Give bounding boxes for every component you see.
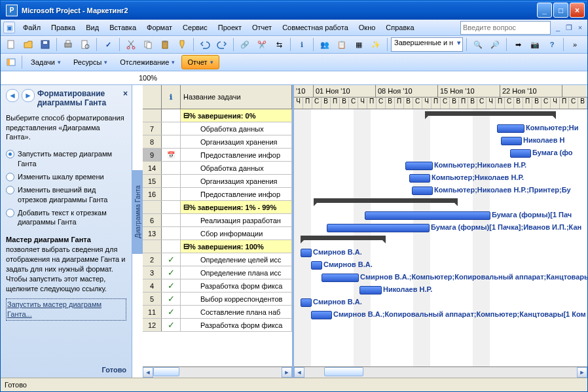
table-row[interactable]: 11✓Составление плана наб bbox=[143, 306, 292, 319]
task-bar[interactable] bbox=[311, 311, 332, 319]
menu-insert[interactable]: Вставка bbox=[104, 22, 141, 33]
table-row[interactable]: 12✓Разработка форм фикса bbox=[143, 319, 292, 332]
radio-barstyle[interactable]: Изменить внешний вид отрезков диаграммы … bbox=[6, 183, 126, 206]
zoom-out-icon[interactable]: 🔎 bbox=[487, 37, 503, 52]
zoom-in-icon[interactable]: 🔍 bbox=[470, 37, 486, 52]
day-header[interactable]: С bbox=[349, 98, 358, 109]
guide-toggle-icon[interactable] bbox=[3, 54, 19, 70]
week-header[interactable]: 22 Ноя '10 bbox=[500, 85, 562, 97]
table-row[interactable]: 8Организация хранения bbox=[143, 135, 292, 149]
publish-icon[interactable]: 📋 bbox=[334, 37, 350, 52]
new-icon[interactable] bbox=[3, 37, 19, 52]
table-row[interactable]: 4✓Разработка форм фикса bbox=[143, 279, 292, 293]
col-indicator[interactable]: ℹ bbox=[162, 85, 181, 109]
scroll-left-icon[interactable]: ◄ bbox=[294, 367, 304, 378]
table-row[interactable]: 14Обработка данных bbox=[143, 162, 292, 175]
week-header[interactable]: 15 Ноя '10 bbox=[438, 85, 500, 97]
task-bar[interactable] bbox=[405, 162, 433, 170]
redo-icon[interactable] bbox=[214, 37, 230, 52]
table-row[interactable]: % завершения: 1% - 99% bbox=[143, 201, 292, 214]
day-header[interactable]: П bbox=[432, 98, 441, 109]
titlebar[interactable]: P Microsoft Project - Маркетинг2 _ □ × bbox=[1, 1, 587, 20]
radio-bartext[interactable]: Добавить текст к отрезкам диаграммы Гант… bbox=[6, 206, 126, 229]
task-bar[interactable] bbox=[359, 286, 382, 294]
side-pane-link[interactable]: Запустить мастер диаграмм Ганта... bbox=[6, 298, 126, 321]
link-icon[interactable]: 🔗 bbox=[237, 37, 253, 52]
day-header[interactable]: С bbox=[312, 98, 322, 109]
paste-icon[interactable] bbox=[157, 37, 173, 52]
save-icon[interactable] bbox=[37, 37, 53, 52]
minimize-button[interactable]: _ bbox=[537, 3, 552, 18]
view-tab-gantt[interactable]: Диаграмма Ганта bbox=[132, 170, 143, 254]
menu-format[interactable]: Формат bbox=[141, 22, 177, 33]
day-header[interactable]: В bbox=[532, 98, 542, 109]
radio-timescale[interactable]: Изменить шкалу времени bbox=[6, 170, 126, 183]
doc-restore-button[interactable]: ❐ bbox=[564, 23, 574, 32]
table-row[interactable]: 13Сбор информации bbox=[143, 227, 292, 240]
day-header[interactable]: В bbox=[514, 98, 523, 109]
menu-view[interactable]: Вид bbox=[81, 22, 104, 33]
gantt-canvas[interactable]: Компьютер;НиНиколаев НБумага (фоКомпьюте… bbox=[294, 109, 587, 366]
day-header[interactable]: С bbox=[377, 98, 386, 109]
menu-grip-icon[interactable]: ▣ bbox=[3, 22, 15, 33]
day-header[interactable]: С bbox=[569, 98, 578, 109]
close-button[interactable]: × bbox=[570, 3, 585, 18]
day-header[interactable]: С bbox=[542, 98, 551, 109]
help-icon[interactable]: ? bbox=[544, 37, 560, 52]
ask-question-input[interactable] bbox=[460, 21, 551, 35]
week-header[interactable]: 01 Ноя '10 bbox=[314, 85, 376, 97]
scroll-left-icon[interactable]: ◄ bbox=[143, 367, 153, 378]
day-header[interactable]: С bbox=[477, 98, 487, 109]
table-row[interactable]: % завершения: 100% bbox=[143, 240, 292, 253]
zoom-value[interactable]: 100% bbox=[136, 73, 160, 83]
day-header[interactable]: П bbox=[496, 98, 505, 109]
assign-icon[interactable]: 👥 bbox=[317, 37, 333, 52]
scroll-right-icon[interactable]: ► bbox=[282, 367, 292, 378]
task-bar[interactable] bbox=[301, 298, 312, 307]
day-header[interactable]: Ч bbox=[294, 98, 303, 109]
doc-close-button[interactable]: × bbox=[576, 23, 585, 32]
fwd-arrow-icon[interactable]: ► bbox=[22, 89, 35, 102]
day-header[interactable]: П bbox=[367, 98, 377, 109]
day-header[interactable]: П bbox=[395, 98, 404, 109]
menu-help[interactable]: Справка bbox=[380, 22, 419, 33]
back-arrow-icon[interactable]: ◄ bbox=[6, 89, 19, 102]
print-preview-icon[interactable] bbox=[77, 37, 93, 52]
day-header[interactable]: В bbox=[386, 98, 395, 109]
summary-bar[interactable] bbox=[314, 198, 458, 203]
menu-project[interactable]: Проект bbox=[213, 22, 247, 33]
table-row[interactable]: 2✓Определение целей исс bbox=[143, 253, 292, 266]
task-bar[interactable] bbox=[501, 137, 522, 145]
day-header[interactable]: П bbox=[331, 98, 340, 109]
table-row[interactable]: 16Предоставление инфор bbox=[143, 188, 292, 201]
side-pane-close[interactable]: × bbox=[123, 89, 128, 98]
nav-resources[interactable]: Ресурсы bbox=[67, 55, 113, 69]
week-header[interactable]: 08 Ноя '10 bbox=[376, 85, 438, 97]
filter-select[interactable]: Завершенные и н bbox=[391, 37, 463, 52]
task-bar[interactable] bbox=[412, 187, 433, 195]
menu-window[interactable]: Окно bbox=[354, 22, 381, 33]
grid-scrollbar-h[interactable]: ◄ ► bbox=[143, 366, 292, 378]
table-row[interactable]: 3✓Определение плана исс bbox=[143, 266, 292, 279]
nav-report[interactable]: Отчет bbox=[181, 55, 219, 69]
print-icon[interactable] bbox=[60, 37, 76, 52]
day-header[interactable]: П bbox=[459, 98, 468, 109]
day-header[interactable]: Ч bbox=[551, 98, 560, 109]
table-row[interactable]: 6Реализация разработан bbox=[143, 214, 292, 227]
spell-icon[interactable]: ✓ bbox=[100, 37, 116, 52]
day-header[interactable]: С bbox=[441, 98, 450, 109]
unlink-icon[interactable]: ✂️ bbox=[254, 37, 270, 52]
menu-edit[interactable]: Правка bbox=[46, 22, 81, 33]
day-header[interactable]: С bbox=[505, 98, 514, 109]
task-bar[interactable] bbox=[510, 149, 531, 158]
table-row[interactable]: 9📅Предоставление инфор bbox=[143, 149, 292, 162]
day-header[interactable]: С bbox=[413, 98, 422, 109]
copy-icon[interactable] bbox=[140, 37, 156, 52]
table-row[interactable]: % завершения: 0% bbox=[143, 109, 292, 122]
menu-collab[interactable]: Совместная работа bbox=[277, 22, 354, 33]
goto-icon[interactable]: ➡ bbox=[510, 37, 526, 52]
day-header[interactable]: В bbox=[404, 98, 413, 109]
radio-wizard[interactable]: Запустить мастер диаграмм Ганта bbox=[6, 147, 126, 170]
scroll-right-icon[interactable]: ► bbox=[577, 367, 587, 378]
summary-bar[interactable] bbox=[301, 236, 386, 240]
